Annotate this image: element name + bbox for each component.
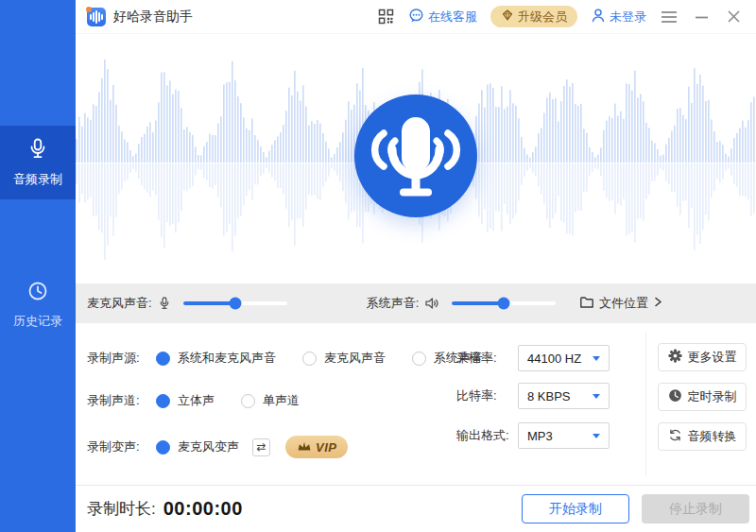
- gear-icon: [668, 349, 682, 366]
- bit-rate-select[interactable]: 8 KBPS: [518, 383, 610, 409]
- clock-filled-icon: [668, 388, 682, 405]
- radio-dot: [302, 352, 317, 366]
- radio-label: 单声道: [263, 392, 300, 409]
- qr-code-icon[interactable]: [376, 8, 395, 26]
- timed-record-button[interactable]: 定时录制: [658, 383, 747, 411]
- menu-icon[interactable]: [660, 8, 679, 26]
- chevron-right-icon: [653, 296, 663, 311]
- app-logo-icon: [87, 8, 106, 26]
- chevron-down-icon: [593, 394, 600, 399]
- sample-rate-label: 采样率:: [456, 350, 518, 367]
- file-location-label: 文件位置: [599, 295, 648, 312]
- duration-value: 00:00:00: [163, 498, 243, 520]
- radio-mic-only[interactable]: 麦克风声音: [302, 350, 386, 367]
- login-label: 未登录: [610, 9, 646, 26]
- online-support-label: 在线客服: [428, 9, 477, 26]
- radio-label: 麦克风变声: [178, 438, 239, 455]
- mic-small-icon: [158, 297, 171, 311]
- chevron-down-icon: [593, 356, 600, 361]
- output-format-value: MP3: [527, 429, 553, 443]
- online-support-link[interactable]: 在线客服: [408, 8, 477, 26]
- close-icon[interactable]: [724, 8, 743, 26]
- radio-stereo[interactable]: 立体声: [156, 392, 215, 409]
- radio-dot: [156, 440, 170, 455]
- mic-volume-label: 麦克风声音:: [87, 295, 152, 312]
- sidebar-item-label: 历史记录: [13, 313, 62, 330]
- voice-change-label: 录制变声:: [87, 438, 156, 455]
- upgrade-member-button[interactable]: 升级会员: [490, 6, 577, 27]
- duration-label: 录制时长:: [87, 498, 156, 520]
- sidebar-item-label: 音频录制: [13, 171, 62, 188]
- chevron-down-icon: [593, 434, 600, 438]
- swap-voice-button[interactable]: ⇄: [252, 438, 270, 456]
- sample-rate-select[interactable]: 44100 HZ: [518, 345, 610, 371]
- radio-label: 系统和麦克风声音: [178, 350, 276, 367]
- login-link[interactable]: 未登录: [591, 8, 646, 26]
- radio-dot: [156, 394, 170, 408]
- upgrade-member-label: 升级会员: [518, 9, 567, 26]
- mic-volume-slider-thumb[interactable]: [229, 298, 241, 310]
- timed-record-label: 定时录制: [688, 388, 737, 405]
- system-volume-slider-thumb[interactable]: [498, 298, 510, 310]
- minimize-icon[interactable]: [692, 8, 711, 26]
- mic-volume-slider[interactable]: [183, 301, 287, 305]
- microphone-icon: [26, 137, 50, 164]
- radio-dot: [412, 352, 426, 366]
- record-channel-row: 录制声道: 立体声 单声道: [87, 386, 326, 415]
- crown-icon: [297, 438, 312, 455]
- record-channel-label: 录制声道:: [87, 392, 156, 409]
- settings-panel: 录制声源: 系统和麦克风声音 麦克风声音 系统声音 录制声道:: [76, 323, 756, 485]
- waveform-panel: [76, 34, 756, 283]
- sample-rate-row: 采样率: 44100 HZ: [456, 345, 610, 371]
- clock-icon: [26, 279, 50, 306]
- user-icon: [591, 8, 606, 26]
- record-source-row: 录制声源: 系统和麦克风声音 麦克风声音 系统声音: [87, 344, 509, 372]
- radio-dot: [241, 394, 255, 408]
- main-area: 好哈录音助手: [76, 0, 756, 532]
- output-format-label: 输出格式:: [456, 427, 518, 444]
- radio-dot: [156, 352, 170, 366]
- titlebar: 好哈录音助手: [76, 0, 756, 34]
- record-source-label: 录制声源:: [87, 350, 156, 367]
- system-volume-label: 系统声音:: [367, 295, 420, 312]
- bit-rate-value: 8 KBPS: [527, 389, 571, 403]
- app-window: 音频录制 历史记录 好哈录音助手: [0, 0, 756, 532]
- sidebar-item-history[interactable]: 历史记录: [0, 267, 76, 341]
- convert-arrows-icon: [668, 428, 682, 445]
- audio-convert-button[interactable]: 音频转换: [658, 422, 747, 451]
- output-format-select[interactable]: MP3: [518, 422, 610, 449]
- start-record-button[interactable]: 开始录制: [522, 494, 629, 523]
- footer-bar: 录制时长: 00:00:00 开始录制 停止录制: [76, 485, 756, 532]
- more-settings-button[interactable]: 更多设置: [658, 343, 747, 371]
- radio-mono[interactable]: 单声道: [241, 392, 300, 409]
- radio-mic-voice-change[interactable]: 麦克风变声: [156, 438, 239, 455]
- audio-convert-label: 音频转换: [688, 428, 737, 445]
- chat-bubble-icon: [408, 8, 424, 26]
- swap-arrows-icon: ⇄: [256, 440, 266, 454]
- file-location-button[interactable]: 文件位置: [579, 295, 663, 312]
- settings-divider: [645, 333, 646, 475]
- system-volume-slider[interactable]: [452, 301, 556, 305]
- sidebar: 音频录制 历史记录: [0, 0, 76, 532]
- output-format-row: 输出格式: MP3: [456, 422, 610, 449]
- sidebar-item-audio-record[interactable]: 音频录制: [0, 126, 76, 199]
- stop-record-button[interactable]: 停止录制: [642, 494, 749, 523]
- more-settings-label: 更多设置: [688, 349, 737, 366]
- radio-system-and-mic[interactable]: 系统和麦克风声音: [156, 350, 276, 367]
- record-mic-button[interactable]: [354, 94, 477, 217]
- speaker-icon: [424, 296, 439, 311]
- bit-rate-label: 比特率:: [456, 387, 518, 404]
- folder-icon: [579, 295, 594, 312]
- app-title: 好哈录音助手: [113, 9, 193, 26]
- vip-label: VIP: [316, 440, 336, 455]
- voice-change-row: 录制变声: 麦克风变声 ⇄ VIP: [87, 433, 348, 461]
- sample-rate-value: 44100 HZ: [527, 352, 581, 366]
- bit-rate-row: 比特率: 8 KBPS: [456, 383, 610, 409]
- vip-badge[interactable]: VIP: [285, 436, 348, 458]
- volume-bar: 麦克风声音: 系统声音:: [76, 283, 756, 323]
- radio-label: 立体声: [178, 392, 215, 409]
- gem-icon: [501, 9, 514, 25]
- radio-label: 麦克风声音: [324, 350, 386, 367]
